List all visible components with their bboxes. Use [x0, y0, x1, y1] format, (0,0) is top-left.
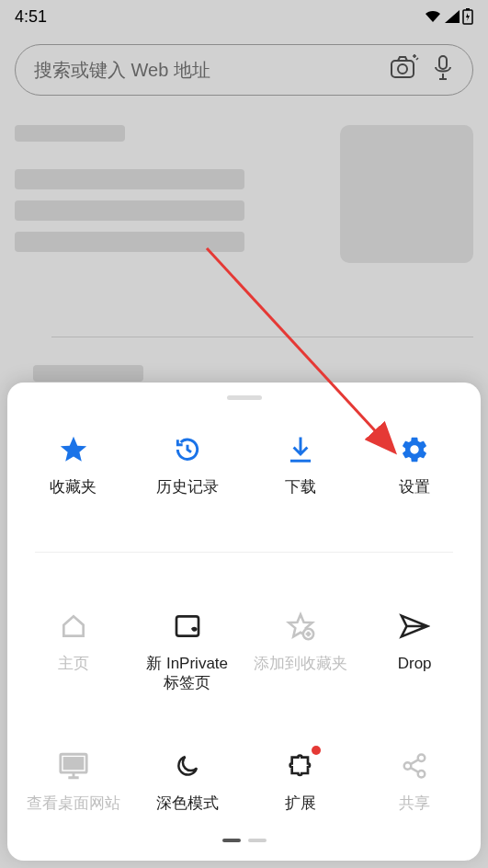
- menu-grid: 收藏夹 历史记录 下载 设置 主页: [7, 422, 481, 824]
- menu-item-label: 设置: [399, 477, 430, 497]
- moon-icon: [174, 748, 201, 784]
- svg-rect-5: [176, 616, 199, 635]
- puzzle-icon: [286, 748, 315, 784]
- svg-point-9: [404, 762, 412, 770]
- menu-bottom-sheet: 收藏夹 历史记录 下载 设置 主页: [7, 383, 481, 861]
- inprivate-icon: [173, 608, 202, 645]
- svg-point-10: [418, 755, 426, 762]
- menu-item-label: 查看桌面网站: [27, 794, 120, 813]
- menu-item-label: 下载: [285, 477, 316, 497]
- menu-item-label: 新 InPrivate 标签页: [146, 654, 228, 693]
- menu-item-label: Drop: [398, 654, 432, 673]
- share-button[interactable]: 共享: [357, 748, 471, 824]
- dark-mode-button[interactable]: 深色模式: [131, 748, 244, 824]
- menu-item-label: 历史记录: [156, 477, 219, 497]
- star-plus-icon: [285, 608, 316, 645]
- menu-item-label: 共享: [399, 794, 430, 813]
- badge-dot: [312, 746, 321, 755]
- star-icon: [58, 431, 89, 468]
- page-dot: [248, 839, 267, 842]
- send-icon: [399, 608, 430, 645]
- desktop-site-button[interactable]: 查看桌面网站: [17, 748, 131, 824]
- page-indicator: [7, 839, 481, 842]
- inprivate-button[interactable]: 新 InPrivate 标签页: [131, 608, 244, 703]
- menu-item-label: 扩展: [285, 794, 316, 813]
- home-button[interactable]: 主页: [17, 608, 131, 703]
- svg-rect-8: [63, 757, 85, 770]
- drop-button[interactable]: Drop: [357, 608, 471, 703]
- menu-divider: [35, 552, 453, 553]
- gear-icon: [400, 431, 429, 468]
- history-icon: [173, 431, 202, 468]
- menu-item-label: 收藏夹: [50, 477, 96, 497]
- settings-button[interactable]: 设置: [357, 431, 471, 508]
- page-dot-active: [222, 839, 241, 842]
- home-icon: [59, 608, 88, 645]
- menu-item-label: 深色模式: [156, 794, 219, 813]
- svg-point-11: [418, 771, 426, 778]
- menu-item-label: 主页: [58, 654, 89, 673]
- favorites-button[interactable]: 收藏夹: [17, 431, 131, 508]
- downloads-button[interactable]: 下载: [244, 431, 358, 508]
- share-icon: [401, 748, 428, 784]
- extensions-button[interactable]: 扩展: [244, 748, 358, 824]
- add-favorite-button[interactable]: 添加到收藏夹: [244, 608, 358, 703]
- monitor-icon: [58, 748, 89, 784]
- menu-item-label: 添加到收藏夹: [254, 654, 347, 673]
- download-icon: [287, 431, 314, 468]
- history-button[interactable]: 历史记录: [131, 431, 244, 508]
- sheet-handle[interactable]: [227, 395, 262, 400]
